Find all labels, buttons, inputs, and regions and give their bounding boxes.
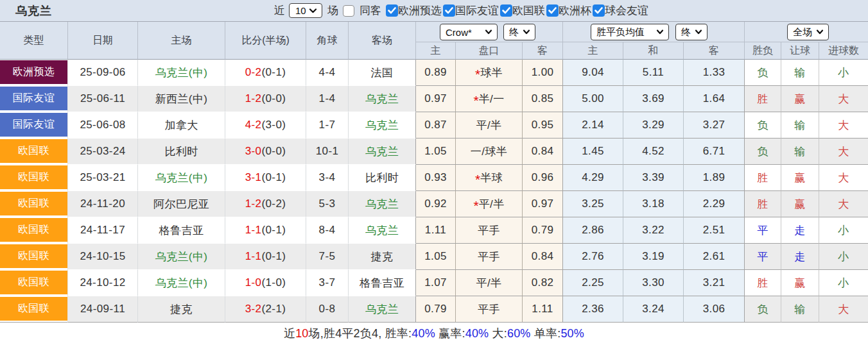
asian-home-odds-cell: 0.87 — [416, 112, 456, 139]
euro-home-odds-cell: 5.00 — [563, 86, 623, 112]
score-cell: 3-1(0-1) — [225, 165, 306, 191]
summary-handicap-rate-label: 赢率: — [438, 326, 465, 341]
subcol-result: 胜负 — [745, 42, 781, 60]
match-row: 欧国联24-10-15乌克兰(中)1-1(0-1)7-5捷克1.05平手0.84… — [0, 244, 868, 270]
goals-result-cell: 小 — [819, 244, 868, 270]
result-cell: 平 — [745, 217, 781, 244]
asian-home-odds-cell: 1.05 — [416, 139, 456, 165]
league-badge: 欧国联 — [0, 139, 67, 163]
goals-result-cell: 大 — [819, 296, 868, 323]
chevron-down-icon — [523, 29, 530, 35]
corners-cell: 10-1 — [306, 139, 349, 165]
goals-result-cell: 小 — [819, 217, 868, 244]
euro-home-odds-cell: 2.86 — [563, 217, 623, 244]
recent-label: 近 — [274, 3, 285, 18]
filter-checkbox-3[interactable] — [500, 4, 512, 17]
handicap-result-cell: 赢 — [781, 191, 819, 217]
goals-result-cell: 小 — [819, 60, 868, 86]
check-icon — [445, 7, 453, 14]
europe-odds-select[interactable]: 胜平负均值 — [591, 24, 669, 40]
euro-away-odds-cell: 1.33 — [684, 60, 745, 86]
chevron-down-icon — [695, 29, 702, 35]
match-row: 欧国联24-10-12乌克兰(中)1-0(1-0)3-7格鲁吉亚1.07平/半0… — [0, 270, 868, 296]
match-row: 欧洲预选25-09-06乌克兰(中)0-2(0-1)4-4法国0.89*球半1.… — [0, 60, 868, 86]
handicap-result-cell: 走 — [781, 217, 819, 244]
handicap-cell: 平手 — [456, 296, 523, 323]
euro-draw-odds-cell: 3.29 — [623, 112, 684, 139]
summary-handicap-rate: 40% — [465, 327, 489, 341]
asian-away-odds-cell: 0.79 — [523, 217, 563, 244]
filter-checkbox-5[interactable] — [593, 4, 605, 17]
date-cell: 25-03-24 — [68, 139, 138, 165]
asian-home-odds-cell: 0.79 — [416, 296, 456, 323]
europe-odds-time-select[interactable]: 终 — [675, 24, 707, 40]
score-cell: 3-0(0-0) — [225, 139, 306, 165]
match-row: 国际友谊25-06-11新西兰(中)1-2(0-0)1-4乌克兰0.97*半/一… — [0, 86, 868, 112]
col-header-score: 比分(半场) — [225, 22, 306, 60]
chevron-down-icon — [309, 8, 317, 13]
summary-single-rate: 50% — [560, 327, 584, 341]
asian-away-odds-cell: 1.00 — [523, 60, 563, 86]
chevron-down-icon — [656, 29, 664, 35]
result-cell: 负 — [745, 112, 781, 139]
same-venue-checkbox[interactable] — [343, 5, 354, 17]
filter-checkbox-2[interactable] — [443, 4, 455, 17]
result-cell: 胜 — [745, 86, 781, 112]
bookmaker-select[interactable]: Crow* — [440, 24, 498, 40]
corners-cell: 8-4 — [306, 217, 349, 244]
away-team-cell: 乌克兰 — [349, 139, 416, 165]
league-badge: 欧国联 — [0, 165, 67, 189]
league-badge: 欧国联 — [0, 218, 67, 242]
asian-home-odds-cell: 0.89 — [416, 60, 456, 86]
league-cell: 欧国联 — [0, 217, 68, 244]
euro-draw-odds-cell: 3.39 — [623, 165, 684, 191]
euro-away-odds-cell: 2.29 — [684, 191, 745, 217]
away-team-cell: 乌克兰 — [349, 191, 416, 217]
away-team-cell: 法国 — [349, 60, 416, 86]
filter-label-1: 欧洲预选 — [398, 3, 442, 18]
euro-home-odds-cell: 9.04 — [563, 60, 623, 86]
match-row: 欧国联24-11-20阿尔巴尼亚1-2(0-2)5-3乌克兰0.92*平/半0.… — [0, 191, 868, 217]
league-cell: 欧国联 — [0, 165, 68, 191]
filter-label-2: 国际友谊 — [455, 3, 499, 18]
subcol-handicap-result: 让球 — [781, 42, 819, 60]
asian-away-odds-cell: 0.95 — [523, 112, 563, 139]
filter-label-4: 欧洲杯 — [559, 3, 591, 18]
result-cell: 负 — [745, 296, 781, 323]
handicap-result-cell: 走 — [781, 244, 819, 270]
handicap-cell: *半球 — [456, 165, 523, 191]
asian-away-odds-cell: 0.84 — [523, 139, 563, 165]
league-cell: 国际友谊 — [0, 112, 68, 139]
summary-record: 场,胜4平2负4, — [309, 326, 382, 341]
league-cell: 欧国联 — [0, 191, 68, 217]
handicap-result-cell: 赢 — [781, 86, 819, 112]
summary-count: 10 — [295, 327, 308, 341]
summary-win-rate-label: 胜率: — [385, 326, 412, 341]
euro-draw-odds-cell: 3.69 — [623, 86, 684, 112]
euro-draw-odds-cell: 3.24 — [623, 296, 684, 323]
date-cell: 24-10-12 — [68, 270, 138, 296]
euro-away-odds-cell: 2.51 — [684, 217, 745, 244]
page-title: 乌克兰 — [15, 0, 52, 21]
score-cell: 1-0(1-0) — [225, 270, 306, 296]
date-cell: 25-03-21 — [68, 165, 138, 191]
score-cell: 0-2(0-1) — [225, 60, 306, 86]
handicap-cell: 平手 — [456, 244, 523, 270]
match-row: 欧国联24-09-11捷克3-2(2-1)0-8乌克兰0.79平手1.112.3… — [0, 296, 868, 323]
summary-big-rate: 60% — [507, 327, 531, 341]
asian-away-odds-cell: 0.84 — [523, 244, 563, 270]
asian-odds-time-select[interactable]: 终 — [503, 24, 535, 40]
euro-draw-odds-cell: 3.19 — [623, 244, 684, 270]
asian-odds-zone-header: Crow* 终 — [416, 22, 563, 42]
match-row: 欧国联25-03-24比利时3-0(0-0)10-1乌克兰1.05一/球半0.8… — [0, 139, 868, 165]
filter-checkbox-1[interactable] — [386, 4, 398, 17]
handicap-result-cell: 赢 — [781, 165, 819, 191]
euro-away-odds-cell: 1.64 — [684, 86, 745, 112]
asian-away-odds-cell: 1.11 — [523, 296, 563, 323]
home-team-cell: 乌克兰(中) — [138, 165, 225, 191]
goals-result-cell: 小 — [819, 270, 868, 296]
filter-checkbox-4[interactable] — [546, 4, 559, 17]
match-scope-select[interactable]: 全场 — [787, 24, 829, 40]
recent-count-value: 10 — [295, 5, 306, 16]
recent-count-select[interactable]: 10 — [289, 3, 322, 18]
